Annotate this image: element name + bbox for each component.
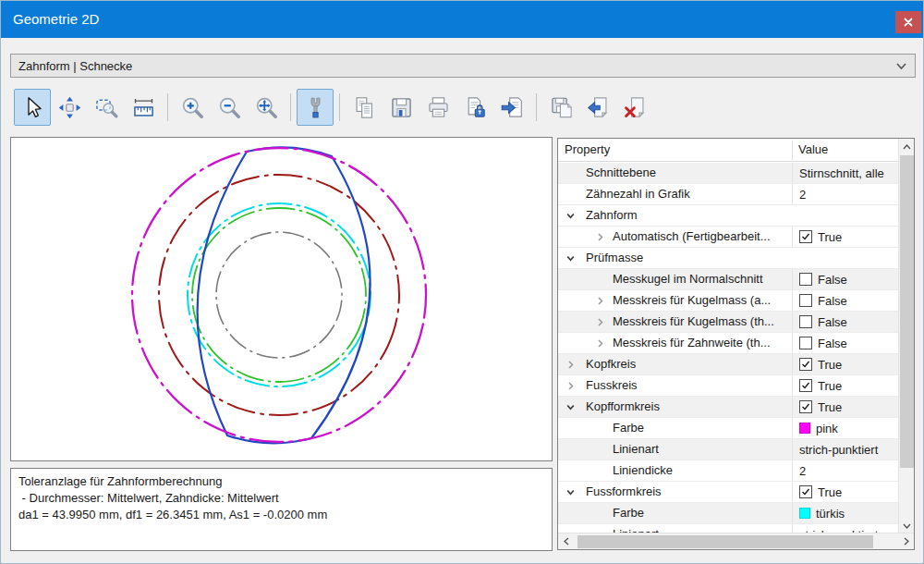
expand-chevron-icon[interactable] (595, 316, 606, 327)
collapse-chevron-icon[interactable] (565, 210, 577, 221)
property-row-messkreis-f-r-zahnweite-th[interactable]: Messkreis für Zahnweite (th...False (558, 333, 898, 354)
unchecked-checkbox[interactable] (799, 294, 812, 307)
property-label: Zähnezahl in Grafik (586, 187, 690, 201)
toolbar-separator (339, 93, 340, 121)
property-label: Messkreis für Zahnweite (th... (613, 336, 771, 349)
property-label: Fussformkreis (586, 484, 662, 498)
property-row-farbe[interactable]: Farbetürkis (558, 503, 898, 524)
copy-button[interactable] (346, 89, 383, 126)
color-swatch (799, 423, 810, 434)
collapse-chevron-icon[interactable] (565, 486, 577, 497)
property-row-fusskreis[interactable]: FusskreisTrue (558, 375, 898, 397)
scroll-left-arrow-icon[interactable] (558, 533, 574, 549)
select-tool-button[interactable] (14, 89, 51, 126)
property-row-messkreis-f-r-kugelmass-a[interactable]: Messkreis für Kugelmass (a...False (558, 290, 898, 312)
chevron-down-icon (895, 62, 907, 70)
property-label: Kopfformkreis (586, 399, 660, 413)
property-label: Farbe (613, 421, 644, 435)
measure-tool-button[interactable] (125, 89, 162, 126)
save-button[interactable] (383, 89, 419, 126)
expand-chevron-icon[interactable] (595, 295, 606, 306)
checked-checkbox[interactable] (799, 400, 812, 413)
expand-chevron-icon[interactable] (565, 380, 577, 391)
vertical-scroll-thumb[interactable] (900, 155, 914, 468)
save-icon (389, 95, 414, 120)
vertical-scrollbar[interactable] (898, 139, 914, 533)
info-line-3: da1 = 43.9950 mm, df1 = 26.3451 mm, As1 … (18, 508, 327, 521)
property-row-schnittebene[interactable]: SchnittebeneStirnschnitt, alle (558, 163, 898, 184)
cursor-icon (20, 95, 45, 120)
zoom-window-tool-button[interactable] (88, 89, 125, 126)
checked-checkbox[interactable] (799, 379, 812, 392)
export-document-button[interactable] (493, 89, 530, 126)
zoom-fit-button[interactable] (248, 89, 285, 126)
property-row-kopfkreis[interactable]: KopfkreisTrue (558, 354, 898, 375)
property-label: Zahnform (586, 208, 638, 222)
tooth-form-curve (198, 147, 371, 443)
document-lock-icon (463, 95, 488, 120)
expand-chevron-icon[interactable] (565, 359, 577, 370)
property-row-messkugel-im-normalschnitt[interactable]: Messkugel im NormalschnittFalse (558, 269, 898, 290)
document-delete-icon (623, 95, 648, 120)
checked-checkbox[interactable] (799, 358, 812, 371)
checked-checkbox[interactable] (799, 230, 812, 243)
property-value: False (818, 337, 847, 350)
property-value: True (818, 379, 842, 393)
scroll-right-arrow-icon[interactable] (898, 533, 914, 549)
document-import-icon (586, 95, 611, 120)
property-row-pr-fmasse[interactable]: Prüfmasse (558, 248, 898, 269)
settings-button[interactable] (297, 89, 334, 126)
property-row-liniendicke[interactable]: Liniendicke2 (558, 460, 898, 482)
tolerance-info-box: Toleranzlage für Zahnformberechnung - Du… (10, 468, 553, 551)
property-label: Messkugel im Normalschnitt (613, 272, 763, 286)
property-row-automatisch-fertigbearbeit[interactable]: Automatisch (Fertigbearbeit...True (558, 227, 898, 248)
delete-file-button[interactable] (616, 89, 653, 126)
kopfformkreis-circle (104, 138, 453, 460)
unchecked-checkbox[interactable] (799, 315, 812, 328)
property-value: 2 (799, 188, 806, 202)
horizontal-scrollbar[interactable] (558, 533, 914, 549)
pan-tool-button[interactable] (51, 89, 88, 126)
property-row-farbe[interactable]: Farbepink (558, 418, 898, 439)
property-row-zahnform[interactable]: Zahnform (558, 205, 898, 227)
property-row-z-hnezahl-in-grafik[interactable]: Zähnezahl in Grafik2 (558, 184, 898, 205)
toolbar-separator (167, 93, 168, 121)
toolbar (14, 88, 653, 127)
property-value: False (818, 315, 847, 329)
property-value: 2 (799, 464, 806, 478)
toolbar-separator (536, 93, 537, 121)
unchecked-checkbox[interactable] (799, 337, 812, 349)
print-button[interactable] (419, 89, 456, 126)
property-label: Farbe (613, 506, 644, 520)
save-file-button[interactable] (542, 89, 579, 126)
property-label: Schnittebene (586, 166, 656, 179)
checked-checkbox[interactable] (799, 485, 812, 498)
horizontal-scroll-thumb[interactable] (578, 535, 873, 548)
collapse-chevron-icon[interactable] (565, 401, 577, 412)
expand-chevron-icon[interactable] (595, 231, 606, 242)
expand-chevron-icon[interactable] (595, 337, 606, 349)
scroll-down-arrow-icon[interactable] (899, 518, 915, 533)
property-row-fussformkreis[interactable]: FussformkreisTrue (558, 482, 898, 503)
zoom-out-button[interactable] (211, 89, 248, 126)
geometry-canvas[interactable] (10, 137, 553, 461)
unchecked-checkbox[interactable] (799, 273, 812, 286)
property-value: True (818, 485, 842, 499)
protected-report-button[interactable] (456, 89, 493, 126)
property-panel: Property Value SchnittebeneStirnschnitt,… (557, 138, 915, 550)
property-grid-rows: SchnittebeneStirnschnitt, alleZähnezahl … (558, 163, 898, 533)
property-row-linienart[interactable]: Linienartstrich-punktiert (558, 439, 898, 460)
import-file-button[interactable] (579, 89, 616, 126)
property-row-messkreis-f-r-kugelmass-th[interactable]: Messkreis für Kugelmass (th...False (558, 312, 898, 333)
view-selector[interactable]: Zahnform | Schnecke (10, 54, 916, 78)
property-row-kopfformkreis[interactable]: KopfformkreisTrue (558, 397, 898, 418)
collapse-chevron-icon[interactable] (565, 252, 577, 264)
property-grid-header: Property Value (558, 139, 898, 162)
close-button[interactable] (895, 11, 921, 33)
property-label: Linienart (613, 442, 659, 456)
zoom-in-button[interactable] (174, 89, 211, 126)
scroll-up-arrow-icon[interactable] (899, 139, 915, 154)
save-document-icon (549, 95, 574, 120)
property-value: False (818, 273, 847, 287)
info-line-2: - Durchmesser: Mittelwert, Zahndicke: Mi… (18, 491, 279, 505)
